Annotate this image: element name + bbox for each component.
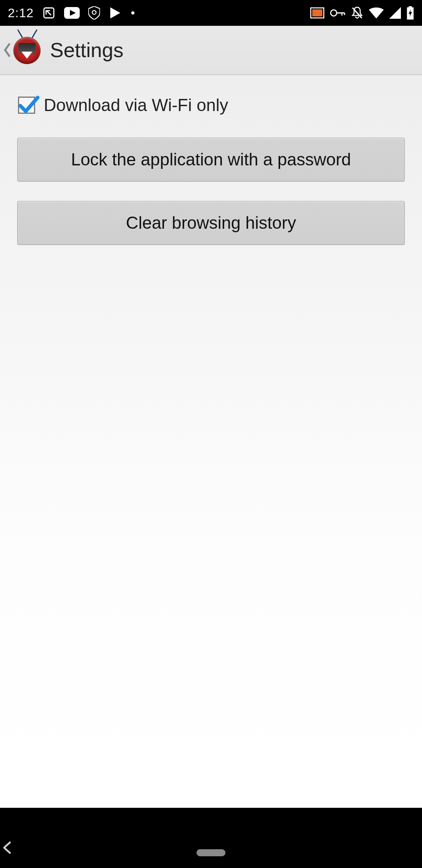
svg-rect-9 [409, 6, 412, 8]
status-right-group [310, 6, 414, 20]
lock-password-label: Lock the application with a password [71, 150, 351, 169]
signal-icon [389, 7, 401, 19]
back-button[interactable] [2, 26, 12, 74]
cast-icon [310, 7, 324, 19]
wifi-only-checkbox[interactable] [18, 97, 35, 114]
settings-content: Download via Wi-Fi only Lock the applica… [0, 75, 422, 808]
youtube-icon [64, 7, 80, 19]
wifi-only-label: Download via Wi-Fi only [44, 95, 228, 115]
svg-point-2 [92, 11, 96, 14]
dot-icon [131, 11, 135, 15]
play-store-icon [109, 6, 122, 20]
clear-history-label: Clear browsing history [126, 213, 296, 233]
nav-home-pill[interactable] [197, 849, 225, 856]
svg-rect-5 [312, 9, 322, 16]
key-icon [330, 9, 345, 17]
action-bar: Settings [0, 26, 422, 75]
battery-charging-icon [406, 6, 414, 20]
dnd-icon [351, 6, 363, 20]
status-time: 2:12 [8, 6, 34, 20]
check-icon [18, 95, 39, 114]
lock-password-button[interactable]: Lock the application with a password [17, 138, 405, 181]
navigation-bar [0, 808, 422, 868]
wifi-only-row[interactable]: Download via Wi-Fi only [17, 95, 405, 115]
shield-icon [88, 6, 100, 20]
page-title: Settings [50, 38, 123, 62]
wifi-icon [369, 7, 384, 19]
nav-back-button[interactable] [0, 841, 19, 856]
status-bar: 2:12 [0, 0, 422, 26]
screenshot-icon [42, 6, 55, 20]
svg-point-3 [131, 11, 134, 14]
status-left-group: 2:12 [8, 6, 135, 20]
app-icon [12, 34, 43, 66]
clear-history-button[interactable]: Clear browsing history [17, 201, 405, 245]
svg-point-6 [331, 10, 337, 16]
